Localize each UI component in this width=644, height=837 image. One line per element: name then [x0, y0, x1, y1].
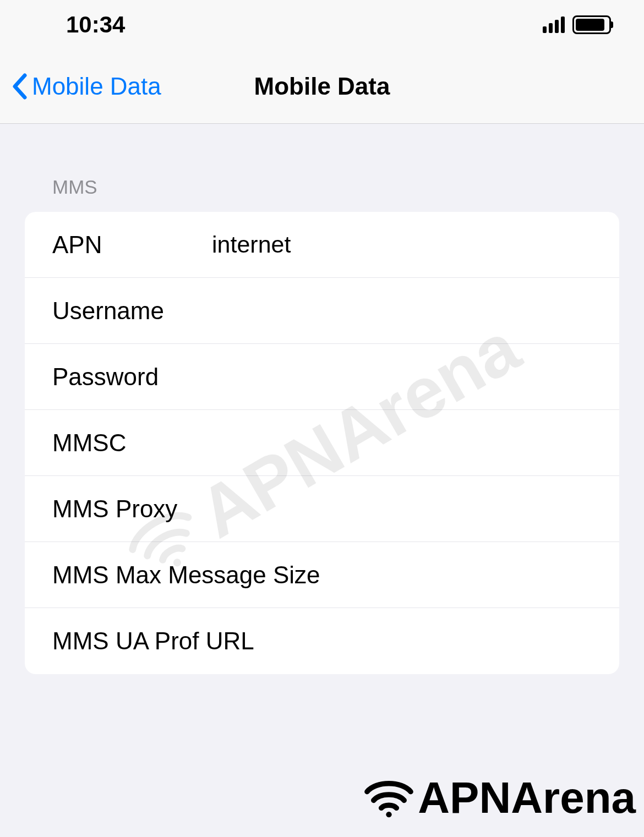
- row-apn[interactable]: APN: [25, 212, 619, 278]
- mmsc-label: MMSC: [52, 429, 212, 457]
- chevron-left-icon: [11, 73, 28, 100]
- mmsc-input[interactable]: [212, 429, 597, 456]
- nav-bar: Mobile Data Mobile Data: [0, 50, 644, 124]
- footer-brand: APNArena: [363, 773, 636, 823]
- content: MMS APN Username Password MMSC MMS Proxy…: [0, 124, 644, 674]
- apn-input[interactable]: [212, 231, 597, 258]
- username-input[interactable]: [212, 297, 597, 324]
- mms-ua-prof-label: MMS UA Prof URL: [52, 627, 597, 655]
- row-mms-ua-prof[interactable]: MMS UA Prof URL: [25, 608, 619, 674]
- section-header-mms: MMS: [25, 124, 619, 212]
- row-password[interactable]: Password: [25, 344, 619, 410]
- signal-icon: [543, 17, 565, 33]
- row-mms-proxy[interactable]: MMS Proxy: [25, 476, 619, 542]
- back-button[interactable]: Mobile Data: [11, 73, 161, 100]
- status-bar: 10:34: [0, 0, 644, 50]
- settings-group-mms: APN Username Password MMSC MMS Proxy MMS…: [25, 212, 619, 674]
- svg-point-1: [386, 812, 392, 817]
- username-label: Username: [52, 297, 212, 325]
- status-right: [543, 15, 611, 34]
- page-title: Mobile Data: [254, 73, 390, 100]
- row-username[interactable]: Username: [25, 278, 619, 344]
- password-label: Password: [52, 363, 212, 391]
- footer-brand-text: APNArena: [418, 773, 636, 823]
- password-input[interactable]: [212, 363, 597, 390]
- apn-label: APN: [52, 231, 212, 259]
- back-label: Mobile Data: [32, 73, 161, 100]
- wifi-icon: [363, 778, 415, 819]
- status-time: 10:34: [66, 12, 125, 38]
- row-mms-max-size[interactable]: MMS Max Message Size: [25, 542, 619, 608]
- mms-max-size-label: MMS Max Message Size: [52, 561, 597, 589]
- row-mmsc[interactable]: MMSC: [25, 410, 619, 476]
- mms-proxy-label: MMS Proxy: [52, 495, 597, 523]
- battery-icon: [572, 15, 611, 34]
